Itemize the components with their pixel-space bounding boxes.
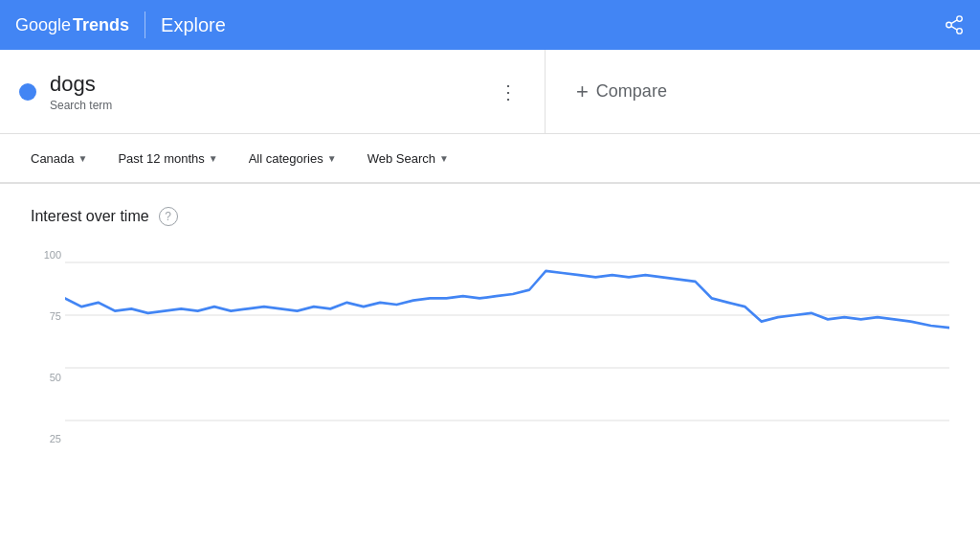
help-icon-button[interactable]: ? [159,207,178,226]
main-content: Interest over time ? 100 75 50 25 [0,184,980,546]
time-range-filter[interactable]: Past 12 months ▼ [106,144,229,173]
share-button[interactable] [944,14,965,35]
time-range-dropdown-icon: ▼ [209,153,218,164]
search-term-box: dogs Search term ⋮ [0,50,546,133]
svg-line-3 [951,26,957,30]
compare-button[interactable]: + Compare [576,80,667,104]
y-label-50: 50 [34,372,61,383]
logo-trends: Trends [73,15,129,35]
search-type-filter[interactable]: Web Search ▼ [356,144,460,173]
time-range-label: Past 12 months [118,151,204,166]
compare-plus-icon: + [576,80,589,104]
search-term-left: dogs Search term [19,72,112,112]
header-explore-label: Explore [161,14,226,36]
region-label: Canada [31,151,75,166]
svg-point-1 [947,22,952,28]
svg-point-2 [957,29,963,34]
chart-container: 100 75 50 25 [31,241,949,452]
svg-point-0 [957,16,963,22]
region-dropdown-icon: ▼ [78,153,88,164]
filters-bar: Canada ▼ Past 12 months ▼ All categories… [0,134,980,184]
header-left: Google Trends Explore [15,11,226,38]
search-term-text: dogs [50,72,112,97]
y-label-25: 25 [34,433,61,444]
y-label-100: 100 [34,249,61,261]
term-color-dot [19,83,36,101]
search-type-label: Web Search [368,151,435,166]
search-term-sublabel: Search term [50,99,112,112]
more-options-button[interactable]: ⋮ [491,73,525,111]
search-type-dropdown-icon: ▼ [439,153,449,164]
section-title: Interest over time [31,208,149,225]
header-divider [145,11,145,38]
logo: Google Trends [15,15,129,35]
svg-line-4 [951,20,957,24]
help-icon-label: ? [165,210,171,223]
share-icon [944,14,965,35]
region-filter[interactable]: Canada ▼ [19,144,99,173]
logo-google: Google [15,15,71,35]
more-options-icon: ⋮ [499,80,518,103]
compare-label: Compare [596,81,667,102]
y-label-75: 75 [34,310,61,322]
category-filter[interactable]: All categories ▼ [237,144,348,173]
compare-box: + Compare [546,50,980,133]
app-header: Google Trends Explore [0,0,980,50]
search-section: dogs Search term ⋮ + Compare [0,50,980,134]
section-title-row: Interest over time ? [31,207,949,226]
interest-chart [65,241,949,452]
category-dropdown-icon: ▼ [327,153,337,164]
term-info: dogs Search term [50,72,112,112]
y-axis: 100 75 50 25 [31,249,61,444]
category-label: All categories [249,151,323,166]
